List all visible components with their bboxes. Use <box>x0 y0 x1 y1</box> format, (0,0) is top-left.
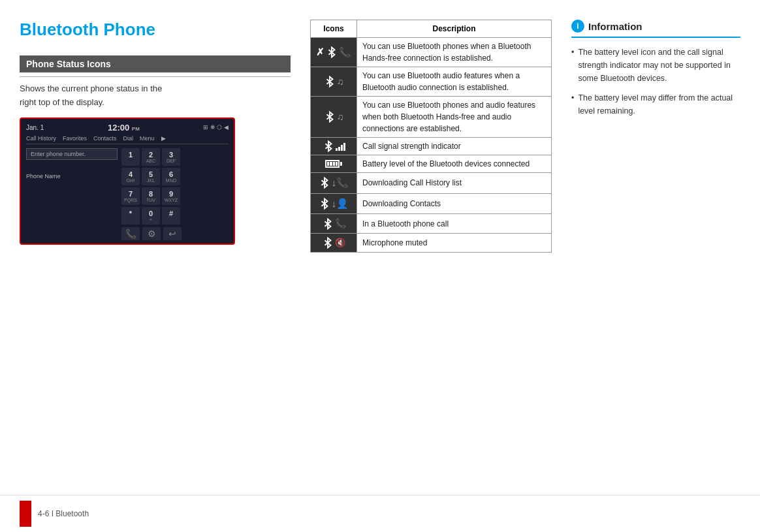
section-heading: Phone Status Icons <box>20 55 291 72</box>
table-row: ♫ You can use Bluetooth audio features w… <box>311 67 552 97</box>
bar-2 <box>338 147 340 151</box>
key-8: 8TUV <box>142 187 160 205</box>
table-row: ✗ 📞 You can use Bluetooth phones when a … <box>311 38 552 67</box>
info-header: i Information <box>571 20 740 38</box>
section-desc: Shows the current phone status in the ri… <box>20 82 291 110</box>
table-row: ♫ You can use Bluetooth phones and audio… <box>311 97 552 138</box>
page-footer: 4-6 I Bluetooth <box>0 495 760 532</box>
left-column: Bluetooth Phone Phone Status Icons Shows… <box>20 20 291 482</box>
desc-mute: Microphone muted <box>357 234 552 253</box>
icons-table-container: Icons Description ✗ 📞 <box>310 20 552 482</box>
dl-call-icon: ↓📞 <box>332 176 349 191</box>
table-row: ↓📞 Downloading Call History list <box>311 173 552 194</box>
bluetooth-in-call-svg <box>322 218 334 230</box>
table-row: 📞 In a Bluetooth phone call <box>311 214 552 234</box>
red-bar-decoration <box>20 501 31 527</box>
phone-body: Enter phone number. Phone Name 1 2ABC 3D… <box>26 148 229 240</box>
icon-cell-bt-phone: ✗ 📞 <box>311 38 357 67</box>
bar-1 <box>336 148 338 151</box>
phone-time: 12:00 PM <box>108 123 140 133</box>
info-bullet-2: • The battery level may differ from the … <box>571 91 740 117</box>
info-section: i Information • The battery level icon a… <box>571 20 740 482</box>
phone-icon: 📞 <box>339 45 351 60</box>
bluetooth-both-svg <box>324 111 336 123</box>
icons-table: Icons Description ✗ 📞 <box>310 20 552 253</box>
footer-page-number: 4-6 I Bluetooth <box>38 509 89 518</box>
desc-signal: Call signal strength indicator <box>357 138 552 155</box>
key-4: 4GHI <box>121 168 140 185</box>
bluetooth-mute-svg <box>322 237 334 249</box>
phone-input: Enter phone number. <box>26 148 118 160</box>
battery-icon <box>325 160 342 168</box>
table-row: 🔇 Microphone muted <box>311 234 552 253</box>
key-star: * <box>121 207 140 225</box>
key-1: 1 <box>121 148 140 166</box>
key-9: 9WXYZ <box>162 187 180 205</box>
bar-4 <box>343 143 345 151</box>
key-6: 6MNO <box>162 168 180 185</box>
settings-btn: ⚙ <box>142 227 161 240</box>
key-0: 0+ <box>142 207 160 225</box>
key-5: 5JKL <box>142 168 160 185</box>
table-row: Call signal strength indicator <box>311 138 552 155</box>
bluetooth-dl-call-svg <box>319 177 330 189</box>
desc-battery: Battery level of the Bluetooth devices c… <box>357 155 552 173</box>
desc-dl-call: Downloading Call History list <box>357 173 552 194</box>
table-row: ↓👤 Downloading Contacts <box>311 193 552 214</box>
key-7: 7PQRS <box>121 187 140 205</box>
icon-cell-bt-music: ♫ <box>311 67 357 97</box>
music-icon: ♫ <box>337 75 344 89</box>
bar-3 <box>341 145 343 151</box>
phone-screenshot: Jan. 1 12:00 PM ⊞ ❋ ⬡ ◀ Call History Fav… <box>20 117 235 245</box>
icon-cell-battery <box>311 155 357 173</box>
footer-left: 4-6 I Bluetooth <box>20 501 89 527</box>
icon-cell-dl-call: ↓📞 <box>311 173 357 194</box>
bluetooth-icon: ✗ <box>316 45 325 60</box>
icon-cell-bt-both: ♫ <box>311 97 357 138</box>
info-icon: i <box>571 20 584 33</box>
bluetooth-music-svg <box>324 76 336 87</box>
dl-contacts-icon: ↓👤 <box>332 196 349 211</box>
call-btn: 📞 <box>121 227 140 240</box>
phone-left-panel: Enter phone number. Phone Name <box>26 148 118 240</box>
signal-bars <box>336 142 345 151</box>
info-title: Information <box>588 21 642 32</box>
desc-bt-phone: You can use Bluetooth phones when a Blue… <box>357 38 552 67</box>
bluetooth-signal-svg <box>323 140 334 152</box>
icon-cell-dl-contacts: ↓👤 <box>311 193 357 214</box>
phone-top-bar: Jan. 1 12:00 PM ⊞ ❋ ⬡ ◀ <box>26 123 229 133</box>
desc-dl-contacts: Downloading Contacts <box>357 193 552 214</box>
icon-cell-in-call: 📞 <box>311 214 357 234</box>
mute-icon: 🔇 <box>335 236 345 249</box>
key-3: 3DEF <box>162 148 180 166</box>
desc-bt-both: You can use Bluetooth phones and audio f… <box>357 97 552 138</box>
phone-bottom-btns: 📞 ⚙ ↩ <box>121 227 182 240</box>
in-call-icon: 📞 <box>335 217 346 230</box>
music-icon-2: ♫ <box>337 110 344 124</box>
desc-in-call: In a Bluetooth phone call <box>357 214 552 234</box>
col-description: Description <box>357 20 552 38</box>
key-hash: # <box>162 207 180 225</box>
page-title: Bluetooth Phone <box>20 20 291 40</box>
info-bullet-1: • The battery level icon and the call si… <box>571 46 740 85</box>
phone-name-label: Phone Name <box>26 173 118 180</box>
icon-cell-signal <box>311 138 357 155</box>
table-row: Battery level of the Bluetooth devices c… <box>311 155 552 173</box>
phone-nav: Call History Favorites Contacts Dial Men… <box>26 135 229 144</box>
bluetooth-svg-icon <box>326 46 338 58</box>
icon-cell-mute: 🔇 <box>311 234 357 253</box>
bluetooth-dl-contacts-svg <box>319 198 330 210</box>
phone-status-icons: ⊞ ❋ ⬡ ◀ <box>203 124 229 131</box>
back-btn: ↩ <box>163 227 182 240</box>
key-2: 2ABC <box>142 148 160 166</box>
phone-keypad: 1 2ABC 3DEF 4GHI 5JKL 6MNO 7PQRS 8TUV 9W… <box>121 148 182 240</box>
col-icons: Icons <box>311 20 357 38</box>
desc-bt-music: You can use Bluetooth audio features whe… <box>357 67 552 97</box>
